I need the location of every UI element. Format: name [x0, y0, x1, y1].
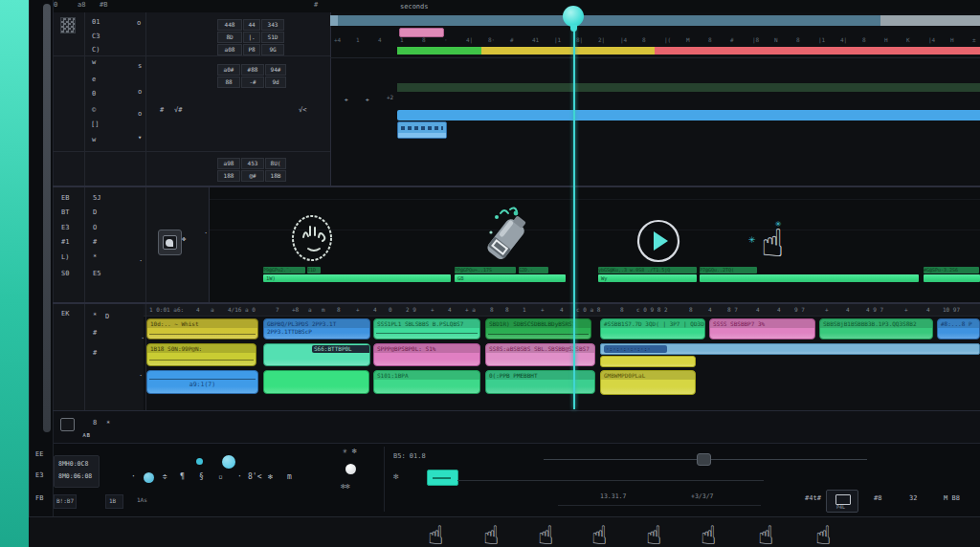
transport-button[interactable]: 8'<	[248, 473, 261, 481]
track-header-glyph[interactable]: EE	[35, 451, 43, 458]
timeline-upper[interactable]	[330, 12, 980, 186]
numeric-cell[interactable]: -#	[241, 77, 264, 88]
numeric-cell[interactable]: S1D	[261, 32, 284, 43]
transport-button[interactable]: ·	[131, 473, 136, 481]
control-button[interactable]: M B8	[944, 495, 960, 502]
gear-cluster-top-icon[interactable]: ✳ ✻	[343, 448, 356, 455]
track-header-glyph[interactable]: ·	[141, 336, 145, 342]
track-header-glyph[interactable]: EK	[61, 311, 69, 317]
numeric-cell[interactable]: 88	[217, 77, 240, 88]
track-header-glyph[interactable]: ▾	[138, 135, 142, 142]
timeline-clip[interactable]: 10d:.. ~ Whist	[146, 318, 258, 339]
numeric-cell[interactable]: 44	[243, 19, 260, 31]
timeline-clip[interactable]: GBPBQ/PL3PDS 2PP3.1T2PP3.1TTDBScP	[263, 318, 370, 339]
track-header-glyph[interactable]: √#	[174, 107, 182, 114]
duration-bar-green[interactable]	[397, 47, 481, 55]
track-header-glyph[interactable]: S0	[61, 271, 69, 277]
gear-cluster-bottom-icon[interactable]: ✻✻	[341, 483, 350, 491]
track-header-glyph[interactable]: o	[138, 111, 142, 118]
numeric-cell[interactable]: 448	[217, 19, 242, 31]
control-button[interactable]: #4t#	[805, 495, 821, 502]
control-button[interactable]: #8	[874, 495, 881, 502]
counter-box-1[interactable]: B!:B7	[54, 494, 77, 509]
play-button-icon[interactable]	[635, 218, 681, 264]
track-header-glyph[interactable]: D	[105, 314, 109, 320]
track-header-glyph[interactable]: FB	[35, 495, 43, 502]
track-header-glyph[interactable]: E3	[35, 472, 43, 479]
track-header-glyph[interactable]: w	[92, 59, 96, 66]
h-scrollbar[interactable]	[330, 15, 880, 26]
numeric-cell[interactable]: P8	[243, 44, 260, 55]
timeline-clip[interactable]: GMBWMPD0PLaL	[600, 370, 696, 395]
bottom-slider-track[interactable]	[558, 505, 761, 506]
clip-blue-small[interactable]	[397, 121, 447, 139]
track-header-glyph[interactable]: s	[138, 63, 142, 70]
track-header-glyph[interactable]: O	[93, 225, 97, 231]
track-header-glyph[interactable]: ©	[92, 107, 96, 114]
numeric-cell[interactable]: a0#	[217, 64, 240, 76]
timeline-clip[interactable]: ·:·:·:·:·:·:·	[600, 343, 980, 355]
numeric-cell[interactable]: 188	[217, 170, 240, 182]
transport-active-dot[interactable]	[144, 472, 154, 483]
vertical-scrollbar[interactable]	[43, 4, 51, 432]
transport-button[interactable]: m	[287, 473, 292, 481]
numeric-cell[interactable]: 453	[241, 158, 264, 169]
track-header-glyph[interactable]: #	[93, 330, 97, 337]
top-slider-knob[interactable]	[697, 453, 711, 466]
mid-clip-bar[interactable]: GB	[455, 274, 566, 282]
numeric-cell[interactable]: 18B	[265, 170, 286, 182]
track-header-glyph[interactable]: w	[92, 137, 96, 143]
mid-clip-bar[interactable]: Wy	[598, 274, 697, 282]
mid-clip-bar[interactable]	[700, 274, 919, 282]
numeric-cell[interactable]: 8D	[217, 32, 242, 43]
timeline-clip[interactable]: SPPP@BPSBP0L: S1%	[373, 343, 480, 366]
track-header-glyph[interactable]: 8	[93, 420, 97, 427]
mid-clip-bar[interactable]: 1W)	[263, 274, 451, 282]
zoom-handle[interactable]	[427, 470, 458, 486]
track-header-glyph[interactable]: o	[138, 89, 142, 96]
mid-clip-label[interactable]: E1D	[307, 267, 321, 274]
track-header-glyph[interactable]: E3	[61, 225, 69, 231]
track-header-glyph[interactable]: #	[93, 350, 97, 357]
track-header-glyph[interactable]: √<	[299, 107, 306, 114]
toolbar-icon[interactable]: #	[314, 2, 318, 9]
transport-button[interactable]: ·	[237, 473, 242, 481]
timeline-clip[interactable]: S66:BTTBP0L	[263, 343, 370, 366]
track-header-glyph[interactable]: L)	[61, 254, 69, 261]
track-bar-blue[interactable]	[397, 110, 980, 120]
mid-clip-bar[interactable]	[924, 274, 980, 282]
numeric-cell[interactable]: #88	[241, 64, 264, 76]
counter-box-2[interactable]: 1B	[105, 494, 123, 509]
indicator-dot-white[interactable]	[345, 464, 356, 474]
track-bar-darkgreen[interactable]	[397, 83, 980, 92]
toolbar-icon[interactable]: Θ	[54, 2, 57, 9]
numeric-cell[interactable]: 9d	[265, 77, 286, 88]
timeline-clip[interactable]: 0(:PPB PMEBBHT	[485, 370, 595, 394]
h-scrollbar-track[interactable]	[880, 15, 980, 26]
track-header-glyph[interactable]: 5J	[93, 195, 100, 202]
transport-button[interactable]: ▫	[218, 473, 223, 481]
timeline-clip[interactable]: SBBSBjB1BSBBB3B.1P3.QQ3S8B2	[819, 318, 933, 339]
numeric-cell[interactable]: a08	[217, 44, 242, 55]
track-header-glyph[interactable]: ·	[139, 373, 143, 380]
track-header-glyph[interactable]: EB	[61, 195, 69, 202]
timeline-clip[interactable]: SBD1R) SDBSCSDBBLBDyBSRS7	[485, 318, 591, 339]
duration-bar-yellow[interactable]	[481, 47, 655, 55]
track-header-glyph[interactable]: 0	[92, 91, 96, 98]
timeline-clip[interactable]: #SSBB1S7.7D 3QD( | 3P7 | QD3DBDS	[600, 318, 705, 339]
track-header-glyph[interactable]: D	[93, 209, 97, 216]
numeric-cell[interactable]: a98	[217, 158, 240, 169]
track-header-glyph[interactable]: ·	[139, 258, 143, 265]
timeline-clip[interactable]: S101:1BPA	[373, 370, 480, 394]
indicator-dot-large[interactable]	[222, 455, 235, 469]
track-header-glyph[interactable]: ✤	[182, 236, 186, 243]
timeline-clip[interactable]: #8:...8 P	[937, 318, 980, 339]
track-header-glyph[interactable]: #	[160, 107, 164, 114]
mid-clip-label[interactable]: #G@SPu-3.2S6	[924, 267, 979, 274]
toolbar-icon[interactable]: a8	[78, 2, 85, 9]
track-header-glyph[interactable]: []	[91, 121, 99, 128]
track-header-glyph[interactable]: C)	[92, 47, 100, 54]
control-button[interactable]: 32	[909, 495, 917, 502]
numeric-cell[interactable]: 9G	[261, 44, 284, 55]
mid-track-thumbnail-button[interactable]	[158, 230, 182, 255]
